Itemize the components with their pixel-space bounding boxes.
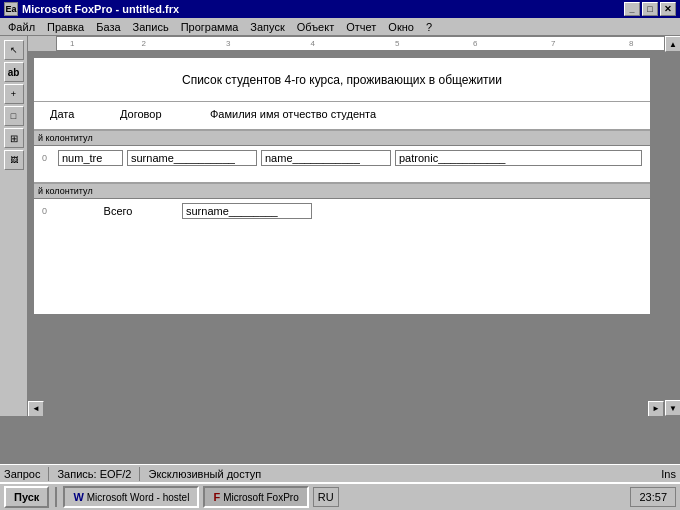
select-tool-button[interactable]: ↖ (4, 40, 24, 60)
field-surname[interactable]: surname__________ (127, 150, 257, 166)
taskbar-foxpro-button[interactable]: F Microsoft FoxPro (203, 486, 308, 508)
ruler-inner: 1 2 3 4 5 6 7 8 (56, 36, 664, 51)
menu-bar: Файл Правка База Запись Программа Запуск… (0, 18, 680, 36)
menu-program[interactable]: Программа (175, 19, 245, 35)
box-tool-button[interactable]: □ (4, 106, 24, 126)
detail-row: 0 num_tre surname__________ name________… (42, 150, 642, 166)
row-indicator-2: 0 (42, 206, 54, 216)
taskbar-clock: 23:57 (630, 487, 676, 507)
detail-spacer (42, 166, 642, 178)
foxpro-icon: F (213, 491, 220, 503)
add-tool-button[interactable]: + (4, 84, 24, 104)
status-divider-2 (139, 467, 140, 481)
col-header-date: Дата (50, 108, 120, 120)
close-button[interactable]: ✕ (660, 2, 676, 16)
band1-header: й колонтитул (34, 130, 650, 146)
detail-section[interactable]: 0 num_tre surname__________ name________… (34, 146, 650, 183)
band2-label: й колонтитул (38, 186, 93, 196)
image-tool-button[interactable]: 🖼 (4, 150, 24, 170)
vertical-scrollbar[interactable]: ▲ ▼ (664, 36, 680, 416)
vscroll-track[interactable] (665, 52, 680, 400)
report-frame: Список студентов 4-го курса, проживающих… (32, 56, 652, 316)
minimize-button[interactable]: _ (624, 2, 640, 16)
report-title-section: Список студентов 4-го курса, проживающих… (34, 58, 650, 102)
scroll-up-button[interactable]: ▲ (665, 36, 680, 52)
status-ins: Ins (661, 468, 676, 480)
taskbar-divider (55, 487, 57, 507)
title-bar: Ea Microsoft FoxPro - untitled.frx _ □ ✕ (0, 0, 680, 18)
app-icon: Ea (4, 2, 18, 16)
status-divider-1 (48, 467, 49, 481)
scroll-down-button[interactable]: ▼ (665, 400, 680, 416)
horizontal-scrollbar[interactable]: ◄ ► (28, 400, 664, 416)
col-header-contract: Договор (120, 108, 210, 120)
field-patronic[interactable]: patronic___________ (395, 150, 642, 166)
taskbar: Пуск W Microsoft Word - hostel F Microso… (0, 482, 680, 510)
row-indicator-1: 0 (42, 153, 54, 163)
menu-run[interactable]: Запуск (244, 19, 290, 35)
menu-record[interactable]: Запись (127, 19, 175, 35)
status-right: Ins (661, 468, 676, 480)
hscroll-track[interactable] (44, 401, 648, 416)
band2-header: й колонтитул (34, 183, 650, 199)
report-title-text: Список студентов 4-го курса, проживающих… (182, 73, 502, 87)
status-mode: Запрос (4, 468, 40, 480)
scroll-left-button[interactable]: ◄ (28, 401, 44, 417)
left-toolbar: ↖ ab + □ ⊞ 🖼 (0, 36, 28, 416)
menu-help[interactable]: ? (420, 19, 438, 35)
ruler: 1 2 3 4 5 6 7 8 (28, 36, 664, 52)
summary-field[interactable]: surname________ (182, 203, 312, 219)
menu-object[interactable]: Объект (291, 19, 340, 35)
field-name[interactable]: name___________ (261, 150, 391, 166)
word-icon: W (73, 491, 83, 503)
taskbar-word-label: Microsoft Word - hostel (87, 492, 190, 503)
menu-report[interactable]: Отчет (340, 19, 382, 35)
taskbar-language: RU (313, 487, 339, 507)
field-num-tre[interactable]: num_tre (58, 150, 123, 166)
status-record: Запись: EOF/2 (57, 468, 131, 480)
taskbar-foxpro-label: Microsoft FoxPro (223, 492, 299, 503)
band1-label: й колонтитул (38, 133, 93, 143)
start-button[interactable]: Пуск (4, 486, 49, 508)
menu-file[interactable]: Файл (2, 19, 41, 35)
status-bar: Запрос Запись: EOF/2 Эксклюзивный доступ… (0, 464, 680, 482)
summary-row: 0 Всего surname________ (42, 203, 642, 219)
start-label: Пуск (14, 491, 39, 503)
title-bar-left: Ea Microsoft FoxPro - untitled.frx (4, 2, 179, 16)
col-header-fullname: Фамилия имя отчество студента (210, 108, 642, 120)
maximize-button[interactable]: □ (642, 2, 658, 16)
grid-tool-button[interactable]: ⊞ (4, 128, 24, 148)
header-row: Дата Договор Фамилия имя отчество студен… (42, 108, 642, 120)
scroll-right-button[interactable]: ► (648, 401, 664, 417)
summary-section[interactable]: 0 Всего surname________ (34, 199, 650, 235)
text-tool-button[interactable]: ab (4, 62, 24, 82)
report-canvas[interactable]: Список студентов 4-го курса, проживающих… (28, 52, 664, 400)
window-title: Microsoft FoxPro - untitled.frx (22, 3, 179, 15)
menu-window[interactable]: Окно (382, 19, 420, 35)
column-headers-section: Дата Договор Фамилия имя отчество студен… (34, 102, 650, 130)
summary-total-label: Всего (58, 205, 178, 217)
status-access: Эксклюзивный доступ (148, 468, 261, 480)
taskbar-word-button[interactable]: W Microsoft Word - hostel (63, 486, 199, 508)
window-controls: _ □ ✕ (624, 2, 676, 16)
summary-spacer (42, 219, 642, 231)
report-area: 1 2 3 4 5 6 7 8 Список студентов 4-го ку… (28, 36, 664, 416)
menu-database[interactable]: База (90, 19, 126, 35)
menu-edit[interactable]: Правка (41, 19, 90, 35)
main-area: ↖ ab + □ ⊞ 🖼 1 2 3 4 5 6 7 8 (0, 36, 680, 416)
